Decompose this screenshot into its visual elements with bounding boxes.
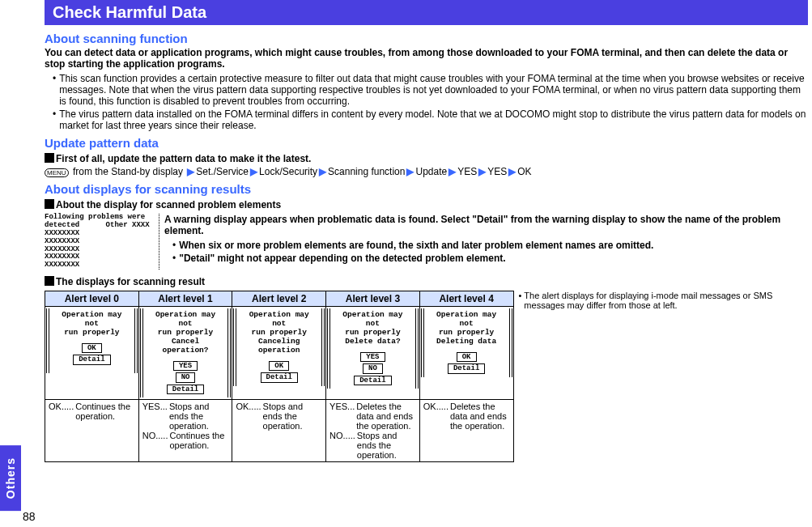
page-number: 88 (23, 510, 36, 523)
alert-desc-cell: OK .....Continues the operation. (45, 399, 139, 461)
update-path-row: MENU from the Stand-by display ▶Set./Ser… (45, 166, 808, 177)
square-bullet-icon: ■ (45, 276, 54, 286)
page-title: Check Harmful Data (45, 0, 808, 25)
mini-screen: Operation may notrun properlyDelete data… (329, 308, 416, 389)
side-tab-others: Others (0, 445, 21, 511)
alert-desc-cell: OK .....Stops and ends the operation. (232, 399, 326, 461)
bullet-item: •When six or more problem elements are f… (172, 240, 808, 251)
arrow-icon: ▶ (187, 166, 194, 177)
alert-screen-cell: Operation may notrun properlyCancel oper… (138, 307, 232, 400)
path-segment: YES (487, 166, 507, 177)
table-header: Alert level 0 (45, 291, 139, 307)
alert-screen-cell: Operation may notrun properlyCanceling o… (232, 307, 326, 400)
desc-row: OK .....Stops and ends the operation. (236, 402, 322, 431)
desc-row: YES ...Stops and ends the operation. (142, 402, 229, 431)
mini-screen: Operation may notrun properlyOKDetail (49, 308, 135, 373)
table-header: Alert level 3 (326, 291, 420, 307)
warning-screen-sample: Following problems were detected Other X… (45, 214, 159, 270)
side-note-text: The alert displays for displaying i-mode… (524, 291, 808, 310)
mini-button: Detail (448, 363, 485, 373)
table-header: Alert level 4 (419, 291, 513, 307)
path-segment: Scanning function (328, 166, 405, 177)
mini-screen: Operation may notrun properlyCancel oper… (142, 308, 229, 397)
mini-button: Detail (73, 355, 110, 364)
mini-button: Detail (261, 372, 298, 382)
menu-icon: MENU (45, 168, 69, 177)
path-segment: OK (517, 166, 531, 177)
section-heading-update: Update pattern data (45, 136, 808, 150)
alert-level-table: Alert level 0Alert level 1Alert level 2A… (45, 291, 514, 462)
warning-bullets: •When six or more problem elements are f… (172, 240, 808, 264)
mini-button: OK (269, 361, 289, 371)
arrow-icon: ▶ (508, 166, 516, 177)
table-side-note: • The alert displays for displaying i-mo… (519, 291, 809, 310)
displays-subhead-1: About the display for scanned problem el… (56, 199, 281, 210)
mini-button: Detail (354, 376, 391, 385)
mini-button: Detail (167, 385, 204, 394)
path-segment: YES (457, 166, 477, 177)
desc-row: OK .....Deletes the data and ends the op… (423, 402, 510, 431)
bullet-item: •This scan function provides a certain p… (53, 73, 808, 107)
mini-button: YES (173, 361, 198, 371)
update-subhead: First of all, update the pattern data to… (56, 153, 311, 164)
alert-desc-cell: YES ...Stops and ends the operation.NO .… (138, 399, 232, 461)
arrow-icon: ▶ (319, 166, 326, 177)
mini-screen: Operation may notrun properlyDeleting da… (423, 308, 510, 376)
alert-desc-cell: OK .....Deletes the data and ends the op… (419, 399, 513, 461)
section-heading-displays: About displays for scanning results (45, 182, 808, 196)
desc-row: YES ...Deletes the data and ends the ope… (329, 402, 416, 431)
alert-screen-cell: Operation may notrun properlyDeleting da… (419, 307, 513, 400)
mini-button: OK (82, 343, 102, 353)
desc-row: NO .....Stops and ends the operation. (329, 431, 416, 460)
bullet-item: •"Detail" might not appear depending on … (172, 253, 808, 264)
scanning-intro: You can detect data or application progr… (45, 47, 808, 70)
square-bullet-icon: ■ (45, 153, 54, 163)
table-header: Alert level 1 (138, 291, 232, 307)
bullet-item: •The virus pattern data installed on the… (53, 108, 808, 131)
mini-button: YES (360, 352, 385, 362)
arrow-icon: ▶ (250, 166, 257, 177)
path-segment: Lock/Security (259, 166, 317, 177)
desc-row: OK .....Continues the operation. (49, 402, 135, 421)
mini-screen: Operation may notrun properlyCanceling o… (236, 308, 322, 385)
table-header: Alert level 2 (232, 291, 326, 307)
arrow-icon: ▶ (406, 166, 414, 177)
mini-button: OK (457, 352, 477, 362)
path-segment: Set./Service (196, 166, 249, 177)
warning-description: A warning display appears when problemat… (164, 214, 808, 236)
section-heading-scanning: About scanning function (45, 32, 808, 45)
arrow-icon: ▶ (478, 166, 486, 177)
desc-row: NO .....Continues the operation. (142, 431, 229, 450)
alert-desc-cell: YES ...Deletes the data and ends the ope… (326, 399, 420, 461)
displays-subhead-2: The displays for scanning result (56, 276, 205, 287)
update-path-prefix: from the Stand-by display (73, 166, 183, 177)
alert-screen-cell: Operation may notrun properlyOKDetail (45, 307, 139, 400)
mini-button: NO (176, 372, 196, 382)
arrow-icon: ▶ (449, 166, 456, 177)
alert-screen-cell: Operation may notrun properlyDelete data… (326, 307, 420, 400)
path-segment: Update (415, 166, 447, 177)
mini-button: NO (363, 363, 383, 373)
square-bullet-icon: ■ (45, 199, 54, 209)
scanning-bullets: •This scan function provides a certain p… (53, 73, 808, 131)
